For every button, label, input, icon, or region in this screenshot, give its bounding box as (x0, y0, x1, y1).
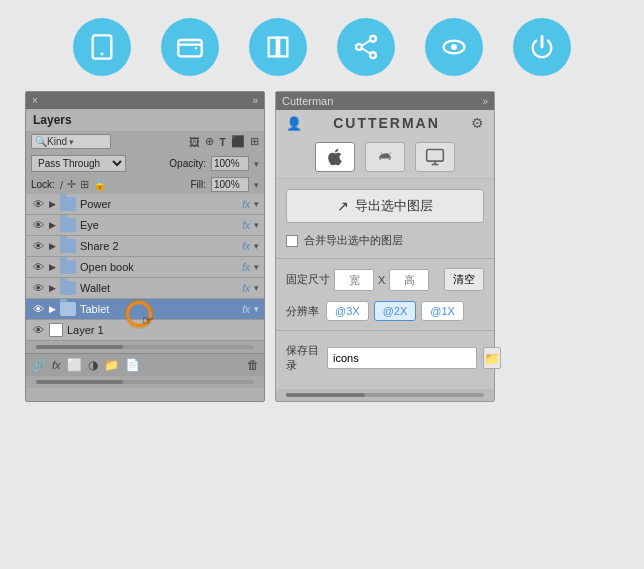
fx-label-openbook: fx (242, 262, 250, 273)
folder-icon-openbook (60, 260, 76, 274)
savedir-input[interactable] (327, 347, 477, 369)
cutterman-header: 👤 CUTTERMAN ⚙ (276, 110, 494, 136)
layers-panel: × » Layers 🔍 Kind ▾ 🖼 ⊕ T ⬛ ⊞ Pass Throu… (25, 91, 265, 402)
eye-visibility-eye[interactable]: 👁 (31, 218, 45, 232)
text-filter-icon[interactable]: T (219, 136, 226, 148)
height-input[interactable] (389, 269, 429, 291)
lock-move-icon[interactable]: ✛ (67, 178, 76, 191)
eye-icon-circle[interactable] (425, 18, 483, 76)
eye-visibility-layer1[interactable]: 👁 (31, 323, 45, 337)
layer-arrow-power[interactable]: ▾ (254, 199, 259, 209)
merge-row: 合并导出选中的图层 (276, 229, 494, 254)
lock-artboard-icon[interactable]: ⊞ (80, 178, 89, 191)
cutterman-scroll-area (276, 389, 494, 401)
layer-item-share2[interactable]: 👁 ▶ Share 2 fx ▾ (26, 236, 264, 257)
lock-fill-row: Lock: / ✛ ⊞ 🔒 Fill: ▾ (26, 175, 264, 194)
divider-1 (276, 258, 494, 259)
fx-label-eye: fx (242, 220, 250, 231)
expand-arrow-openbook[interactable]: ▶ (49, 262, 56, 272)
blend-mode-select[interactable]: Pass Through (31, 155, 126, 172)
user-profile-icon[interactable]: 👤 (286, 116, 302, 131)
settings-gear-icon[interactable]: ⚙ (471, 115, 484, 131)
export-btn-label: 导出选中图层 (355, 197, 433, 215)
layer-item-layer1[interactable]: 👁 Layer 1 (26, 320, 264, 341)
layer-arrow-wallet[interactable]: ▾ (254, 283, 259, 293)
share-icon-circle[interactable] (337, 18, 395, 76)
size-row: 固定尺寸 X 清空 (276, 263, 494, 296)
res-3x-button[interactable]: @3X (326, 301, 369, 321)
delete-layer-icon[interactable]: 🗑 (247, 358, 259, 372)
expand-arrow-share2[interactable]: ▶ (49, 241, 56, 251)
cutterman-scrollbar[interactable] (286, 393, 484, 397)
new-group-icon[interactable]: 📁 (104, 358, 119, 372)
expand-arrow-wallet[interactable]: ▶ (49, 283, 56, 293)
search-box[interactable]: 🔍 Kind ▾ (31, 134, 111, 149)
fill-input[interactable] (211, 177, 249, 192)
width-input[interactable] (334, 269, 374, 291)
opacity-input[interactable] (211, 156, 249, 171)
link-layers-icon[interactable]: 🔗 (31, 358, 46, 372)
layer-item-tablet[interactable]: 👁 ▶ Tablet fx ▾ ☞ (26, 299, 264, 320)
layer-arrow-eye[interactable]: ▾ (254, 220, 259, 230)
eye-visibility-tablet[interactable]: 👁 (31, 302, 45, 316)
layer-arrow-share2[interactable]: ▾ (254, 241, 259, 251)
layer-name-share2: Share 2 (80, 240, 238, 252)
export-selected-button[interactable]: ↗ 导出选中图层 (286, 189, 484, 223)
layer-list: 👁 ▶ Power fx ▾ 👁 ▶ Eye fx ▾ 👁 ▶ (26, 194, 264, 341)
layer-name-power: Power (80, 198, 238, 210)
layer-item-eye[interactable]: 👁 ▶ Eye fx ▾ (26, 215, 264, 236)
tablet-icon-circle[interactable] (73, 18, 131, 76)
lock-transparent-icon[interactable]: / (60, 179, 63, 191)
eye-visibility-share2[interactable]: 👁 (31, 239, 45, 253)
expand-arrow-power[interactable]: ▶ (49, 199, 56, 209)
layer-arrow-tablet[interactable]: ▾ (254, 304, 259, 314)
book-icon-circle[interactable] (249, 18, 307, 76)
res-1x-button[interactable]: @1X (421, 301, 464, 321)
platform-tab-android[interactable] (365, 142, 405, 172)
fill-arrow[interactable]: ▾ (254, 180, 259, 190)
platform-tab-apple[interactable] (315, 142, 355, 172)
merge-checkbox[interactable] (286, 235, 298, 247)
layers-scrollbar[interactable] (36, 345, 254, 349)
cutterman-expand[interactable]: » (482, 96, 488, 107)
image-filter-icon[interactable]: 🖼 (189, 136, 200, 148)
platform-tab-monitor[interactable] (415, 142, 455, 172)
res-2x-button[interactable]: @2X (374, 301, 417, 321)
shape-filter-icon[interactable]: ⬛ (231, 135, 245, 148)
new-layer-icon[interactable]: 📄 (125, 358, 140, 372)
expand-arrow-eye[interactable]: ▶ (49, 220, 56, 230)
platform-tabs-row (276, 136, 494, 179)
layers-bottom-scrollbar[interactable] (36, 380, 254, 384)
layer-item-wallet[interactable]: 👁 ▶ Wallet fx ▾ (26, 278, 264, 299)
search-dropdown-arrow[interactable]: ▾ (69, 137, 74, 147)
expand-arrow-tablet[interactable]: ▶ (49, 304, 56, 314)
layers-bottom-toolbar: 🔗 fx ⬜ ◑ 📁 📄 🗑 (26, 353, 264, 376)
clear-size-button[interactable]: 清空 (444, 268, 484, 291)
layers-expand[interactable]: » (252, 95, 258, 106)
layers-close[interactable]: × (32, 95, 38, 106)
eye-visibility-openbook[interactable]: 👁 (31, 260, 45, 274)
blend-opacity-row: Pass Through Opacity: ▾ (26, 152, 264, 175)
layer-item-openbook[interactable]: 👁 ▶ Open book fx ▾ (26, 257, 264, 278)
adjustment-icon[interactable]: ◑ (88, 358, 98, 372)
opacity-arrow[interactable]: ▾ (254, 159, 259, 169)
add-fx-icon[interactable]: fx (52, 359, 61, 371)
folder-browse-button[interactable]: 📁 (483, 347, 501, 369)
svg-point-6 (356, 44, 362, 50)
adjust-filter-icon[interactable]: ⊕ (205, 135, 214, 148)
lock-label: Lock: (31, 179, 55, 190)
eye-visibility-wallet[interactable]: 👁 (31, 281, 45, 295)
lock-all-icon[interactable]: 🔒 (93, 178, 107, 191)
layers-scroll-area (26, 341, 264, 353)
eye-visibility-power[interactable]: 👁 (31, 197, 45, 211)
add-mask-icon[interactable]: ⬜ (67, 358, 82, 372)
fx-label-share2: fx (242, 241, 250, 252)
fill-label: Fill: (190, 179, 206, 190)
smart-filter-icon[interactable]: ⊞ (250, 135, 259, 148)
wallet-icon-circle[interactable] (161, 18, 219, 76)
layer-arrow-openbook[interactable]: ▾ (254, 262, 259, 272)
layer-item-power[interactable]: 👁 ▶ Power fx ▾ (26, 194, 264, 215)
folder-icon-eye (60, 218, 76, 232)
power-icon-circle[interactable] (513, 18, 571, 76)
cutterman-titlebar: Cutterman » (276, 92, 494, 110)
